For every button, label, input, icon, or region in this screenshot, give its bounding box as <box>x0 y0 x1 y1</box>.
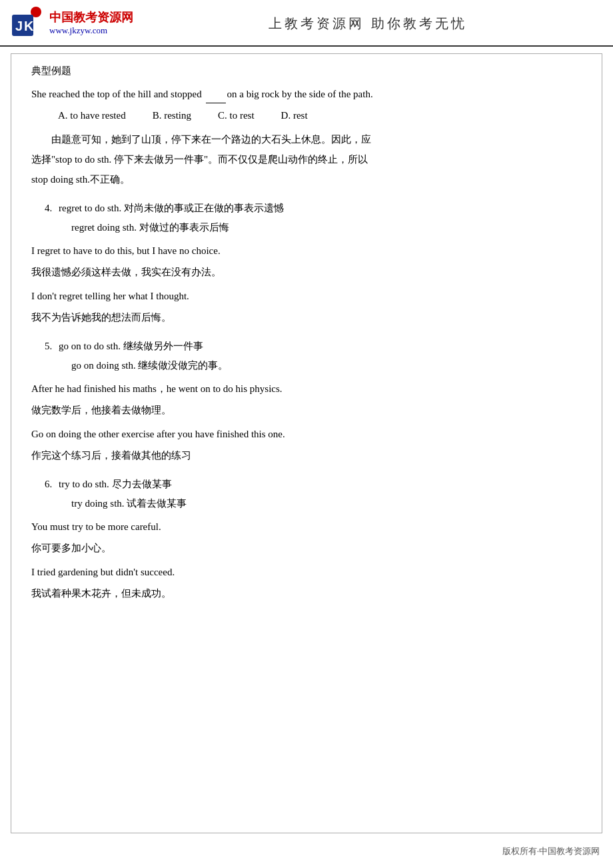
item-6-ex2-zh: 我试着种果木花卉，但未成功。 <box>31 583 582 603</box>
item-6-ex1-zh: 你可要多加小心。 <box>31 538 582 558</box>
item-6-ex1-en: You must try to be more careful. <box>31 517 582 537</box>
question-text: She reached the top of the hill and stop… <box>31 85 582 103</box>
header-slogan: 上教考资源网 助你教考无忧 <box>133 15 602 33</box>
item-5-header: 5. go on to do sth. 继续做另外一件事 <box>45 337 582 356</box>
explanation-line-1: 由题意可知，她到了山顶，停下来在一个路边的大石头上休息。因此，应 <box>51 134 371 145</box>
explanation-line-2: 选择"stop to do sth. 停下来去做另一件事"。而不仅仅是爬山动作的… <box>31 154 368 165</box>
item-5-num: 5. <box>45 341 52 351</box>
footer-text: 版权所有·中国教考资源网 <box>502 846 600 856</box>
section-title: 典型例题 <box>31 65 582 77</box>
item-5-line1: go on to do sth. 继续做另外一件事 <box>59 341 203 351</box>
item-4-ex2-zh: 我不为告诉她我的想法而后悔。 <box>31 307 582 327</box>
item-4-ex2-en: I don't regret telling her what I though… <box>31 286 582 306</box>
page-footer: 版权所有·中国教考资源网 <box>0 840 613 863</box>
option-c: C. to rest <box>218 110 255 121</box>
question-suffix: on a big rock by the side of the path. <box>227 89 373 99</box>
page-header: J K 中国教考资源网 www.jkzyw.com 上教考资源网 助你教考无忧 <box>0 0 613 47</box>
item-6-section: 6. try to do sth. 尽力去做某事 try doing sth. … <box>31 475 582 603</box>
item-5-section: 5. go on to do sth. 继续做另外一件事 go on doing… <box>31 337 582 465</box>
options-row: A. to have rested B. resting C. to rest … <box>58 110 555 121</box>
item-6-line1: try to do sth. 尽力去做某事 <box>59 479 172 489</box>
blank-line <box>206 103 226 103</box>
item-4-line1: regret to do sth. 对尚未做的事或正在做的事表示遗憾 <box>59 203 284 213</box>
item-6-header: 6. try to do sth. 尽力去做某事 <box>45 475 582 494</box>
logo-area: J K 中国教考资源网 www.jkzyw.com <box>11 5 133 41</box>
item-5-ex2-zh: 作完这个练习后，接着做其他的练习 <box>31 445 582 465</box>
item-5-ex1-zh: 做完数学后，他接着去做物理。 <box>31 400 582 420</box>
item-6-ex2-en: I tried gardening but didn't succeed. <box>31 562 582 582</box>
item-4-header: 4. regret to do sth. 对尚未做的事或正在做的事表示遗憾 <box>45 199 582 218</box>
logo-icon: J K <box>11 5 47 41</box>
item-4-num: 4. <box>45 203 52 213</box>
logo-chinese-text: 中国教考资源网 <box>49 11 133 25</box>
item-6-num: 6. <box>45 479 52 489</box>
item-4-ex1-zh: 我很遗憾必须这样去做，我实在没有办法。 <box>31 262 582 282</box>
logo-url-text: www.jkzyw.com <box>49 25 133 36</box>
option-b: B. resting <box>153 110 191 121</box>
item-4-ex1-en: I regret to have to do this, but I have … <box>31 241 582 261</box>
svg-text:J: J <box>15 19 23 33</box>
item-5-sub: go on doing sth. 继续做没做完的事。 <box>71 356 582 375</box>
explanation-block: 由题意可知，她到了山顶，停下来在一个路边的大石头上休息。因此，应 选择"stop… <box>31 129 582 189</box>
svg-text:K: K <box>24 19 34 33</box>
question-prefix: She reached the top of the hill and stop… <box>31 89 205 99</box>
option-d: D. rest <box>281 110 308 121</box>
item-5-ex2-en: Go on doing the other exercise after you… <box>31 424 582 444</box>
explanation-line-3: stop doing sth.不正确。 <box>31 174 130 185</box>
main-content: 典型例题 She reached the top of the hill and… <box>11 53 602 833</box>
item-4-sub: regret doing sth. 对做过的事表示后悔 <box>71 218 582 237</box>
logo-text: 中国教考资源网 www.jkzyw.com <box>49 11 133 35</box>
item-4-section: 4. regret to do sth. 对尚未做的事或正在做的事表示遗憾 re… <box>31 199 582 327</box>
item-6-sub: try doing sth. 试着去做某事 <box>71 494 582 513</box>
option-a: A. to have rested <box>58 110 126 121</box>
item-5-ex1-en: After he had finished his maths，he went … <box>31 379 582 399</box>
